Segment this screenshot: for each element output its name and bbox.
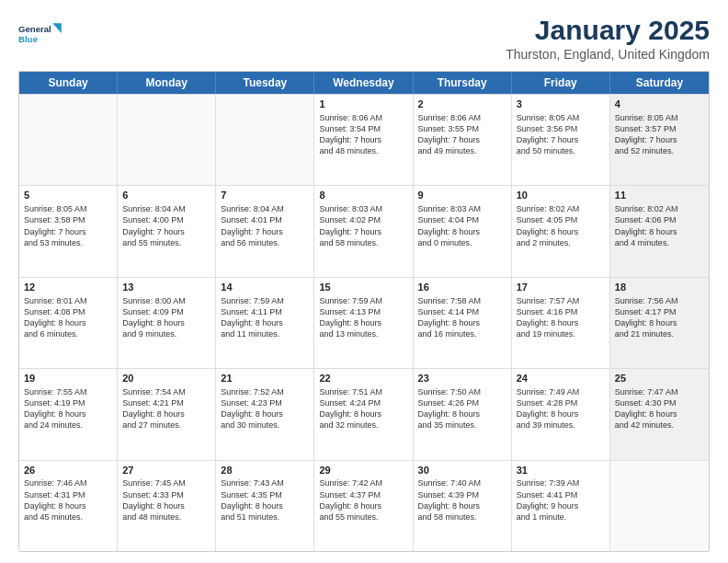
day-number: 7 (221, 189, 309, 202)
cal-cell-w5-d1: 26Sunrise: 7:46 AMSunset: 4:31 PMDayligh… (19, 461, 118, 551)
day-number: 29 (319, 464, 407, 477)
cal-cell-w3-d6: 17Sunrise: 7:57 AMSunset: 4:16 PMDayligh… (512, 278, 610, 368)
day-number: 31 (517, 464, 605, 477)
cell-text: Sunrise: 7:39 AMSunset: 4:41 PMDaylight:… (517, 477, 605, 523)
cell-text: Sunrise: 7:46 AMSunset: 4:31 PMDaylight:… (24, 477, 112, 523)
cal-week-3: 12Sunrise: 8:01 AMSunset: 4:08 PMDayligh… (19, 277, 709, 368)
cell-text: Sunrise: 7:47 AMSunset: 4:30 PMDaylight:… (615, 386, 704, 431)
logo: General Blue (18, 15, 63, 52)
header-day-saturday: Saturday (610, 72, 709, 94)
main-title: January 2025 (506, 15, 710, 45)
cal-cell-w4-d7: 25Sunrise: 7:47 AMSunset: 4:30 PMDayligh… (610, 369, 709, 459)
day-number: 18 (615, 281, 704, 294)
header: General Blue January 2025 Thurston, Engl… (18, 15, 710, 62)
cell-text: Sunrise: 7:56 AMSunset: 4:17 PMDaylight:… (615, 295, 704, 340)
cal-cell-w1-d7: 4Sunrise: 8:05 AMSunset: 3:57 PMDaylight… (610, 95, 709, 185)
day-number: 13 (122, 281, 210, 294)
cell-text: Sunrise: 8:02 AMSunset: 4:05 PMDaylight:… (517, 203, 605, 248)
calendar-header: SundayMondayTuesdayWednesdayThursdayFrid… (19, 72, 709, 94)
cal-cell-w2-d6: 10Sunrise: 8:02 AMSunset: 4:05 PMDayligh… (512, 186, 610, 276)
cell-text: Sunrise: 7:43 AMSunset: 4:35 PMDaylight:… (221, 477, 309, 523)
cal-cell-w5-d6: 31Sunrise: 7:39 AMSunset: 4:41 PMDayligh… (512, 461, 610, 551)
day-number: 26 (24, 464, 112, 477)
cal-cell-w3-d1: 12Sunrise: 8:01 AMSunset: 4:08 PMDayligh… (19, 278, 118, 368)
day-number: 20 (122, 372, 210, 385)
day-number: 14 (221, 281, 309, 294)
cal-cell-w1-d1 (19, 95, 118, 185)
day-number: 30 (418, 464, 506, 477)
day-number: 17 (517, 281, 605, 294)
cell-text: Sunrise: 7:54 AMSunset: 4:21 PMDaylight:… (122, 386, 210, 431)
calendar-body: 1Sunrise: 8:06 AMSunset: 3:54 PMDaylight… (19, 94, 709, 551)
cal-cell-w2-d3: 7Sunrise: 8:04 AMSunset: 4:01 PMDaylight… (216, 186, 314, 276)
cal-cell-w1-d6: 3Sunrise: 8:05 AMSunset: 3:56 PMDaylight… (512, 95, 610, 185)
cell-text: Sunrise: 8:01 AMSunset: 4:08 PMDaylight:… (24, 295, 112, 340)
day-number: 21 (221, 372, 309, 385)
cal-cell-w4-d4: 22Sunrise: 7:51 AMSunset: 4:24 PMDayligh… (314, 369, 413, 459)
cal-cell-w1-d2 (118, 95, 216, 185)
cell-text: Sunrise: 7:49 AMSunset: 4:28 PMDaylight:… (517, 386, 605, 431)
day-number: 28 (221, 464, 309, 477)
day-number: 3 (517, 98, 605, 111)
cal-week-1: 1Sunrise: 8:06 AMSunset: 3:54 PMDaylight… (19, 94, 709, 185)
header-day-thursday: Thursday (414, 72, 512, 94)
day-number: 11 (615, 189, 704, 202)
cal-cell-w5-d5: 30Sunrise: 7:40 AMSunset: 4:39 PMDayligh… (414, 461, 512, 551)
day-number: 25 (615, 372, 704, 385)
logo-svg: General Blue (18, 15, 63, 52)
cal-cell-w1-d3 (216, 95, 314, 185)
cell-text: Sunrise: 8:03 AMSunset: 4:04 PMDaylight:… (418, 203, 506, 248)
cell-text: Sunrise: 8:00 AMSunset: 4:09 PMDaylight:… (122, 295, 210, 340)
day-number: 10 (517, 189, 605, 202)
cell-text: Sunrise: 7:42 AMSunset: 4:37 PMDaylight:… (319, 477, 407, 523)
cal-cell-w3-d2: 13Sunrise: 8:00 AMSunset: 4:09 PMDayligh… (118, 278, 216, 368)
day-number: 27 (122, 464, 210, 477)
cal-cell-w2-d1: 5Sunrise: 8:05 AMSunset: 3:58 PMDaylight… (19, 186, 118, 276)
calendar: SundayMondayTuesdayWednesdayThursdayFrid… (18, 71, 710, 552)
cal-cell-w5-d7 (610, 461, 709, 551)
cell-text: Sunrise: 7:57 AMSunset: 4:16 PMDaylight:… (517, 295, 605, 340)
cal-cell-w5-d2: 27Sunrise: 7:45 AMSunset: 4:33 PMDayligh… (118, 461, 216, 551)
svg-text:Blue: Blue (18, 34, 38, 44)
cal-cell-w5-d4: 29Sunrise: 7:42 AMSunset: 4:37 PMDayligh… (314, 461, 413, 551)
cal-cell-w4-d1: 19Sunrise: 7:55 AMSunset: 4:19 PMDayligh… (19, 369, 118, 459)
header-day-sunday: Sunday (19, 72, 118, 94)
cell-text: Sunrise: 8:04 AMSunset: 4:00 PMDaylight:… (122, 203, 210, 248)
day-number: 16 (418, 281, 506, 294)
cal-week-2: 5Sunrise: 8:05 AMSunset: 3:58 PMDaylight… (19, 185, 709, 276)
cell-text: Sunrise: 7:58 AMSunset: 4:14 PMDaylight:… (418, 295, 506, 340)
cell-text: Sunrise: 7:51 AMSunset: 4:24 PMDaylight:… (319, 386, 407, 431)
cell-text: Sunrise: 7:59 AMSunset: 4:13 PMDaylight:… (319, 295, 407, 340)
svg-text:General: General (18, 24, 51, 34)
header-day-tuesday: Tuesday (216, 72, 314, 94)
cell-text: Sunrise: 7:59 AMSunset: 4:11 PMDaylight:… (221, 295, 309, 340)
day-number: 12 (24, 281, 112, 294)
title-block: January 2025 Thurston, England, United K… (506, 15, 710, 62)
cal-cell-w3-d7: 18Sunrise: 7:56 AMSunset: 4:17 PMDayligh… (610, 278, 709, 368)
day-number: 4 (615, 98, 704, 111)
day-number: 23 (418, 372, 506, 385)
day-number: 6 (122, 189, 210, 202)
subtitle: Thurston, England, United Kingdom (506, 47, 710, 62)
cell-text: Sunrise: 8:06 AMSunset: 3:54 PMDaylight:… (319, 112, 407, 157)
cell-text: Sunrise: 8:06 AMSunset: 3:55 PMDaylight:… (418, 112, 506, 157)
cal-cell-w4-d6: 24Sunrise: 7:49 AMSunset: 4:28 PMDayligh… (512, 369, 610, 459)
day-number: 1 (319, 98, 407, 111)
page: General Blue January 2025 Thurston, Engl… (0, 0, 728, 563)
cal-cell-w3-d3: 14Sunrise: 7:59 AMSunset: 4:11 PMDayligh… (216, 278, 314, 368)
cell-text: Sunrise: 8:03 AMSunset: 4:02 PMDaylight:… (319, 203, 407, 248)
cell-text: Sunrise: 7:45 AMSunset: 4:33 PMDaylight:… (122, 477, 210, 523)
cal-cell-w2-d4: 8Sunrise: 8:03 AMSunset: 4:02 PMDaylight… (314, 186, 413, 276)
cal-cell-w1-d5: 2Sunrise: 8:06 AMSunset: 3:55 PMDaylight… (414, 95, 512, 185)
cal-cell-w4-d3: 21Sunrise: 7:52 AMSunset: 4:23 PMDayligh… (216, 369, 314, 459)
cell-text: Sunrise: 8:04 AMSunset: 4:01 PMDaylight:… (221, 203, 309, 248)
cal-cell-w4-d2: 20Sunrise: 7:54 AMSunset: 4:21 PMDayligh… (118, 369, 216, 459)
cal-week-4: 19Sunrise: 7:55 AMSunset: 4:19 PMDayligh… (19, 368, 709, 459)
cell-text: Sunrise: 7:52 AMSunset: 4:23 PMDaylight:… (221, 386, 309, 431)
cal-week-5: 26Sunrise: 7:46 AMSunset: 4:31 PMDayligh… (19, 460, 709, 551)
cal-cell-w2-d2: 6Sunrise: 8:04 AMSunset: 4:00 PMDaylight… (118, 186, 216, 276)
cal-cell-w2-d5: 9Sunrise: 8:03 AMSunset: 4:04 PMDaylight… (414, 186, 512, 276)
header-day-friday: Friday (512, 72, 610, 94)
cell-text: Sunrise: 8:05 AMSunset: 3:58 PMDaylight:… (24, 203, 112, 248)
cell-text: Sunrise: 7:40 AMSunset: 4:39 PMDaylight:… (418, 477, 506, 523)
